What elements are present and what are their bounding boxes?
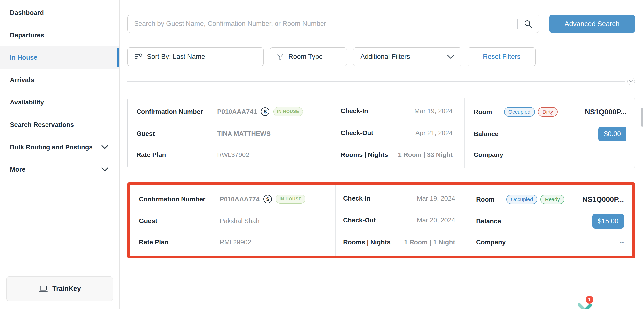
balance-row: Balance $0.00 [474,127,626,141]
in-house-badge: IN HOUSE [273,107,303,116]
chevron-down-icon [447,55,454,59]
filter-funnel-icon [277,54,284,60]
room-status-badges: Occupied Ready [506,195,564,204]
guest-name: Pakshal Shah [220,217,330,225]
confirmation-number: P010AAA741 [217,108,257,116]
check-in-label: Check-In [341,107,368,115]
sidebar-item-departures[interactable]: Departures [0,24,119,46]
room-number: NS1Q000P... [585,108,626,116]
collapse-toggle[interactable] [627,78,635,85]
confirmation-row: Confirmation Number P010AAA774 $ IN HOUS… [139,195,330,203]
results-divider [127,78,635,85]
card-room-column: Room Occupied Dirty NS1Q000P... Balance … [464,98,634,168]
card-guest-column: Confirmation Number P010AAA741 $ IN HOUS… [128,98,333,168]
balance-label: Balance [476,217,501,225]
rate-plan: RWL37902 [217,151,328,159]
room-occupancy-badge: Occupied [504,107,535,117]
sidebar-item-label: In House [10,54,37,62]
trainkey-button[interactable]: TrainKey [6,276,113,301]
check-out-date: Apr 21, 2024 [416,129,452,137]
sort-icon [134,53,142,60]
rooms-nights-value: 1 Room | 33 Night [398,151,452,159]
guest-label: Guest [136,130,217,138]
room-status-badges: Occupied Dirty [504,107,558,117]
company-label: Company [474,151,503,159]
main-content: Advanced Search Sort By: Last Name Room … [120,0,644,309]
sidebar-item-in-house[interactable]: In House [0,46,119,69]
chevron-down-icon [102,145,108,149]
reservation-card[interactable]: Confirmation Number P010AAA741 $ IN HOUS… [127,98,635,168]
sort-by-label: Sort By: Last Name [147,53,205,61]
check-in-label: Check-In [343,195,370,202]
check-out-row: Check-Out Apr 21, 2024 [341,129,452,137]
chevron-down-icon [102,167,108,172]
additional-filters-dropdown[interactable]: Additional Filters [353,47,462,66]
laptop-icon [38,285,48,292]
guest-label: Guest [139,217,220,225]
rate-plan: RML29902 [220,238,330,246]
sidebar-item-label: Search Reservations [10,121,74,129]
sidebar-item-bulk-routing-and-postings[interactable]: Bulk Routing and Postings [0,136,119,158]
chevron-down-icon [629,80,633,83]
dollar-icon[interactable]: $ [261,108,269,116]
rate-plan-label: Rate Plan [139,238,220,246]
check-out-row: Check-Out Mar 20, 2024 [343,216,455,224]
check-in-row: Check-In Mar 19, 2024 [341,107,452,115]
balance-row: Balance $15.00 [476,214,624,229]
dollar-icon[interactable]: $ [263,195,272,203]
company-value: -- [622,151,626,159]
search-icon[interactable] [524,20,532,28]
reset-filters-button[interactable]: Reset Filters [468,47,536,66]
sidebar-item-label: More [10,166,25,173]
notification-badge[interactable]: 1 [585,295,594,304]
sidebar-item-availability[interactable]: Availability [0,91,119,113]
sidebar-item-more[interactable]: More [0,158,119,181]
room-housekeeping-badge: Ready [540,195,564,204]
card-guest-column: Confirmation Number P010AAA774 $ IN HOUS… [130,185,336,255]
rooms-nights-row: Rooms | Nights 1 Room | 1 Night [343,238,455,246]
rate-plan-row: Rate Plan RML29902 [139,238,330,246]
company-row: Company -- [474,151,626,159]
trainkey-label: TrainKey [52,285,81,292]
filter-row: Sort By: Last Name Room Type Additional … [127,47,635,66]
card-dates-column: Check-In Mar 19, 2024 Check-Out Mar 20, … [336,185,467,255]
room-type-button[interactable]: Room Type [270,47,347,66]
balance-button[interactable]: $15.00 [592,214,624,229]
sort-by-button[interactable]: Sort By: Last Name [127,47,264,66]
scrollbar-thumb[interactable] [641,108,643,127]
sidebar-item-arrivals[interactable]: Arrivals [0,69,119,91]
room-housekeeping-badge: Dirty [538,107,558,117]
check-out-date: Mar 20, 2024 [417,216,455,224]
guest-row: Guest TINA MATTHEWS [136,130,328,138]
sidebar-item-label: Departures [10,31,44,39]
in-house-badge: IN HOUSE [276,195,305,203]
rate-plan-row: Rate Plan RWL37902 [136,151,328,159]
check-out-label: Check-Out [341,129,373,137]
confirmation-row: Confirmation Number P010AAA741 $ IN HOUS… [136,107,328,116]
guest-name: TINA MATTHEWS [217,130,328,138]
active-item-accent-bar [117,48,119,67]
advanced-search-button[interactable]: Advanced Search [549,15,635,33]
card-dates-column: Check-In Mar 19, 2024 Check-Out Apr 21, … [333,98,464,168]
sidebar-item-label: Bulk Routing and Postings [10,143,92,151]
rooms-nights-value: 1 Room | 1 Night [404,238,455,246]
room-type-label: Room Type [288,53,323,61]
reset-filters-label: Reset Filters [483,53,521,61]
reservation-card[interactable]: Confirmation Number P010AAA774 $ IN HOUS… [130,185,632,256]
sidebar-item-dashboard[interactable]: Dashboard [0,2,119,24]
search-input[interactable] [134,20,515,28]
rooms-nights-row: Rooms | Nights 1 Room | 33 Night [341,151,452,159]
check-in-date: Mar 19, 2024 [414,107,452,115]
additional-filters-label: Additional Filters [360,53,410,61]
sidebar-item-search-reservations[interactable]: Search Reservations [0,113,119,136]
room-row: Room Occupied Ready NS1Q000P... [476,195,624,204]
sidebar-item-label: Availability [10,99,44,106]
card-room-column: Room Occupied Ready NS1Q000P... Balance … [467,185,632,255]
room-row: Room Occupied Dirty NS1Q000P... [474,107,626,117]
sidebar-footer: TrainKey [0,263,119,309]
check-in-row: Check-In Mar 19, 2024 [343,195,455,202]
room-occupancy-badge: Occupied [506,195,538,204]
balance-button[interactable]: $0.00 [598,127,626,141]
confirmation-number-label: Confirmation Number [139,195,220,203]
rooms-nights-label: Rooms | Nights [341,151,388,159]
